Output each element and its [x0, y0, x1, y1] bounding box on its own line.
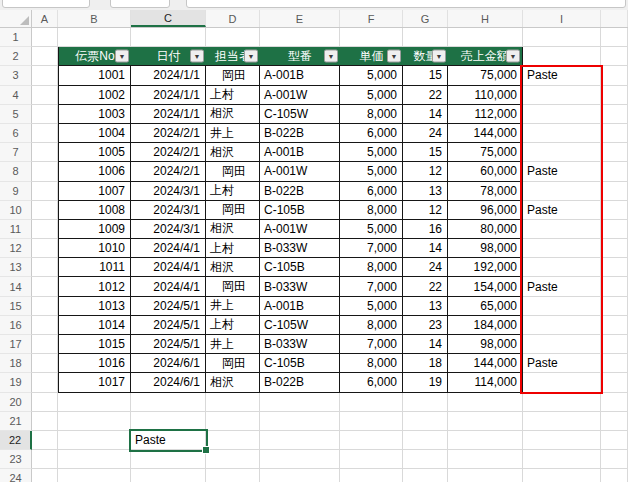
cell-D14[interactable]: 岡田	[206, 277, 260, 296]
cell-C12[interactable]: 2024/4/1	[131, 239, 206, 258]
cell-C22[interactable]: Paste	[131, 431, 206, 450]
cell-C17[interactable]: 2024/5/1	[131, 335, 206, 354]
cell-H21[interactable]	[448, 412, 523, 431]
filter-button[interactable]: ▼	[387, 50, 401, 63]
cell-A21[interactable]	[32, 412, 58, 431]
cell-B13[interactable]: 1011	[58, 258, 131, 277]
cell-G18[interactable]: 18	[403, 354, 448, 373]
row-header-24[interactable]: 24	[0, 469, 32, 482]
cell-E9[interactable]: B-022B	[260, 182, 340, 201]
cell-A6[interactable]	[32, 124, 58, 143]
cell-H1[interactable]	[448, 28, 523, 47]
cell-F10[interactable]: 8,000	[340, 201, 403, 220]
cell-H7[interactable]: 75,000	[448, 143, 523, 162]
cell-E13[interactable]: C-105B	[260, 258, 340, 277]
cell-H24[interactable]	[448, 469, 523, 482]
cell-G2[interactable]: 数量▼	[403, 47, 448, 66]
cell-D20[interactable]	[206, 393, 260, 412]
cell-C1[interactable]	[131, 28, 206, 47]
row-header-17[interactable]: 17	[0, 335, 32, 354]
cell-F23[interactable]	[340, 450, 403, 469]
cell-I5[interactable]	[523, 105, 601, 124]
cell-J1[interactable]	[601, 28, 628, 47]
row-header-5[interactable]: 5	[0, 105, 32, 124]
cell-J4[interactable]	[601, 86, 628, 105]
cell-D9[interactable]: 上村	[206, 182, 260, 201]
cell-F13[interactable]: 8,000	[340, 258, 403, 277]
cell-B9[interactable]: 1007	[58, 182, 131, 201]
row-header-19[interactable]: 19	[0, 373, 32, 392]
cell-H14[interactable]: 154,000	[448, 277, 523, 296]
cell-G22[interactable]	[403, 431, 448, 450]
cell-F4[interactable]: 5,000	[340, 86, 403, 105]
cell-B21[interactable]	[58, 412, 131, 431]
row-header-13[interactable]: 13	[0, 258, 32, 277]
cell-J24[interactable]	[601, 469, 628, 482]
cell-J20[interactable]	[601, 393, 628, 412]
cell-D15[interactable]: 井上	[206, 297, 260, 316]
cell-E15[interactable]: A-001B	[260, 297, 340, 316]
row-header-12[interactable]: 12	[0, 239, 32, 258]
cell-E5[interactable]: C-105W	[260, 105, 340, 124]
cell-E4[interactable]: A-001W	[260, 86, 340, 105]
cell-J9[interactable]	[601, 182, 628, 201]
column-header-B[interactable]: B	[58, 10, 131, 27]
cell-D13[interactable]: 相沢	[206, 258, 260, 277]
row-header-2[interactable]: 2	[0, 47, 32, 66]
cell-E20[interactable]	[260, 393, 340, 412]
cell-H20[interactable]	[448, 393, 523, 412]
cell-I4[interactable]	[523, 86, 601, 105]
cell-B11[interactable]: 1009	[58, 220, 131, 239]
cell-A4[interactable]	[32, 86, 58, 105]
row-header-16[interactable]: 16	[0, 316, 32, 335]
cell-E19[interactable]: B-022B	[260, 373, 340, 392]
cell-J13[interactable]	[601, 258, 628, 277]
cell-A1[interactable]	[32, 28, 58, 47]
cell-G1[interactable]	[403, 28, 448, 47]
cell-E21[interactable]	[260, 412, 340, 431]
cell-H9[interactable]: 78,000	[448, 182, 523, 201]
cell-J15[interactable]	[601, 297, 628, 316]
cell-B6[interactable]: 1004	[58, 124, 131, 143]
cell-F17[interactable]: 7,000	[340, 335, 403, 354]
column-header-G[interactable]: G	[403, 10, 448, 27]
cell-C18[interactable]: 2024/6/1	[131, 354, 206, 373]
cell-J18[interactable]	[601, 354, 628, 373]
cell-J10[interactable]	[601, 201, 628, 220]
cell-C4[interactable]: 2024/1/1	[131, 86, 206, 105]
cell-B16[interactable]: 1014	[58, 316, 131, 335]
row-header-11[interactable]: 11	[0, 220, 32, 239]
cell-E22[interactable]	[260, 431, 340, 450]
row-header-20[interactable]: 20	[0, 393, 32, 412]
cell-J3[interactable]	[601, 66, 628, 85]
cell-G15[interactable]: 13	[403, 297, 448, 316]
cell-B7[interactable]: 1005	[58, 143, 131, 162]
cell-H22[interactable]	[448, 431, 523, 450]
cell-B14[interactable]: 1012	[58, 277, 131, 296]
cell-J6[interactable]	[601, 124, 628, 143]
cell-E14[interactable]: B-033W	[260, 277, 340, 296]
cell-B17[interactable]: 1015	[58, 335, 131, 354]
cell-A24[interactable]	[32, 469, 58, 482]
cell-F24[interactable]	[340, 469, 403, 482]
cell-D8[interactable]: 岡田	[206, 162, 260, 181]
cell-A18[interactable]	[32, 354, 58, 373]
cell-B2[interactable]: 伝票No▼	[58, 47, 131, 66]
cell-A7[interactable]	[32, 143, 58, 162]
cell-D17[interactable]: 井上	[206, 335, 260, 354]
cell-J11[interactable]	[601, 220, 628, 239]
cell-J22[interactable]	[601, 431, 628, 450]
cell-H23[interactable]	[448, 450, 523, 469]
cell-I8[interactable]: Paste	[523, 162, 601, 181]
row-header-8[interactable]: 8	[0, 162, 32, 181]
cell-E8[interactable]: A-001W	[260, 162, 340, 181]
cell-B15[interactable]: 1013	[58, 297, 131, 316]
cell-G17[interactable]: 14	[403, 335, 448, 354]
cell-A3[interactable]	[32, 66, 58, 85]
cell-J16[interactable]	[601, 316, 628, 335]
cell-G19[interactable]: 19	[403, 373, 448, 392]
cell-H10[interactable]: 96,000	[448, 201, 523, 220]
cell-D2[interactable]: 担当者▼	[206, 47, 260, 66]
cell-A20[interactable]	[32, 393, 58, 412]
cell-D23[interactable]	[206, 450, 260, 469]
